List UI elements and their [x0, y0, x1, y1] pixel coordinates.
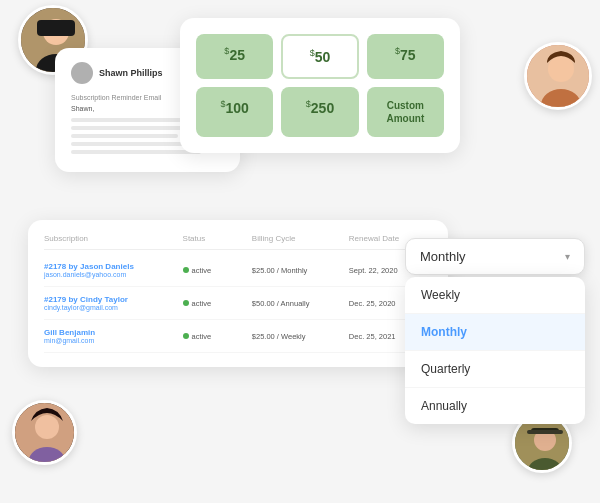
amount-75[interactable]: $75 — [367, 34, 444, 79]
dropdown-menu: Weekly Monthly Quarterly Annually — [405, 277, 585, 424]
table-row: #2178 by Jason Daniels jason.daniels@yah… — [44, 254, 432, 287]
svg-rect-14 — [527, 430, 563, 434]
billing-cycle-dropdown[interactable]: Monthly ▾ Weekly Monthly Quarterly Annua… — [405, 238, 585, 424]
sub-info: #2178 by Jason Daniels jason.daniels@yah… — [44, 262, 183, 278]
sub-email: min@gmail.com — [44, 337, 183, 344]
sub-id[interactable]: #2178 by Jason Daniels — [44, 262, 183, 271]
billing-text: $25.00 / Monthly — [252, 266, 349, 275]
chevron-down-icon: ▾ — [565, 251, 570, 262]
amount-custom[interactable]: CustomAmount — [367, 87, 444, 137]
svg-point-5 — [548, 56, 574, 82]
sub-info: #2179 by Cindy Taylor cindy.taylor@gmail… — [44, 295, 183, 311]
sub-email: cindy.taylor@gmail.com — [44, 304, 183, 311]
dropdown-selected: Monthly — [420, 249, 466, 264]
svg-rect-3 — [37, 20, 75, 36]
sub-id[interactable]: Gill Benjamin — [44, 328, 183, 337]
status-dot — [183, 300, 189, 306]
table-row: Gill Benjamin min@gmail.com active $25.0… — [44, 320, 432, 353]
col-status: Status — [183, 234, 252, 243]
billing-text: $25.00 / Weekly — [252, 332, 349, 341]
amount-250[interactable]: $250 — [281, 87, 358, 137]
status-dot — [183, 267, 189, 273]
dropdown-trigger[interactable]: Monthly ▾ — [405, 238, 585, 275]
status-label: active — [192, 332, 212, 341]
line-placeholder — [71, 150, 201, 154]
dropdown-item-monthly[interactable]: Monthly — [405, 314, 585, 351]
status-badge: active — [183, 332, 252, 341]
col-billing: Billing Cycle — [252, 234, 349, 243]
amount-25[interactable]: $25 — [196, 34, 273, 79]
sub-info: Gill Benjamin min@gmail.com — [44, 328, 183, 344]
status-label: active — [192, 299, 212, 308]
svg-point-8 — [35, 415, 59, 439]
status-label: active — [192, 266, 212, 275]
avatar-bottom-left — [12, 400, 77, 465]
billing-text: $50.00 / Annually — [252, 299, 349, 308]
dropdown-item-weekly[interactable]: Weekly — [405, 277, 585, 314]
sub-id[interactable]: #2179 by Cindy Taylor — [44, 295, 183, 304]
status-badge: active — [183, 266, 252, 275]
avatar-top-right — [524, 42, 592, 110]
status-badge: active — [183, 299, 252, 308]
user-avatar — [71, 62, 93, 84]
table-row: #2179 by Cindy Taylor cindy.taylor@gmail… — [44, 287, 432, 320]
sub-email: jason.daniels@yahoo.com — [44, 271, 183, 278]
dropdown-item-annually[interactable]: Annually — [405, 388, 585, 424]
amount-100[interactable]: $100 — [196, 87, 273, 137]
line-placeholder — [71, 134, 178, 138]
amounts-grid: $25 $50 $75 $100 $250 CustomAmount — [196, 34, 444, 137]
user-name: Shawn Phillips — [99, 68, 163, 78]
dropdown-item-quarterly[interactable]: Quarterly — [405, 351, 585, 388]
col-subscription: Subscription — [44, 234, 183, 243]
amount-50[interactable]: $50 — [281, 34, 358, 79]
amounts-card: $25 $50 $75 $100 $250 CustomAmount — [180, 18, 460, 153]
subscription-table-card: Subscription Status Billing Cycle Renewa… — [28, 220, 448, 367]
status-dot — [183, 333, 189, 339]
table-header: Subscription Status Billing Cycle Renewa… — [44, 234, 432, 250]
